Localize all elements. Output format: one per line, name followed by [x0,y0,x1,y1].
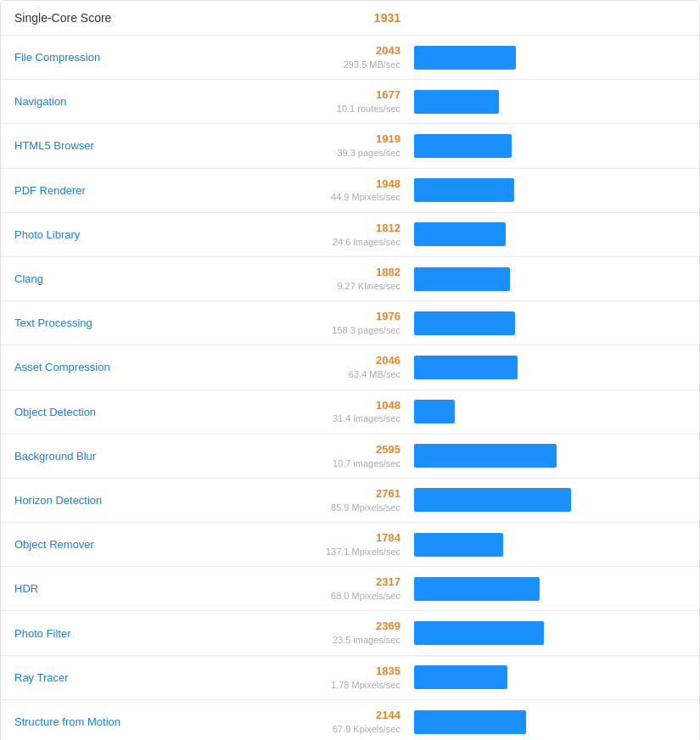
bar-container-object-detection [414,400,686,423]
bench-score-area-text-processing: 1976 158.3 pages/sec [299,310,400,336]
table-row: PDF Renderer 1948 44.9 Mpixels/sec [1,169,699,213]
bench-label-asset-compression: Asset Compression [14,361,299,373]
bench-score-text-processing: 1976 [299,310,400,324]
bench-unit-html5-browser: 39.3 pages/sec [299,147,400,159]
bar-pdf-renderer [414,178,514,202]
bench-label-object-detection: Object Detection [14,406,299,418]
bench-score-html5-browser: 1919 [299,132,400,147]
bench-score-object-detection: 1048 [299,399,400,413]
bench-label-file-compression: File Compression [14,51,299,64]
bar-container-text-processing [414,311,686,335]
bench-score-area-hdr: 2317 68.0 Mpixels/sec [299,575,400,602]
bench-score-area-structure-from-motion: 2144 67.9 Kpixels/sec [299,709,400,735]
table-row: Photo Library 1812 24.6 images/sec [1,213,699,257]
table-row: Photo Filter 2369 23.5 images/sec [1,611,699,655]
bar-container-asset-compression [414,356,686,379]
bench-unit-background-blur: 10.7 images/sec [299,457,400,469]
bench-unit-navigation: 10.1 routes/sec [299,103,400,115]
bench-label-background-blur: Background Blur [14,450,299,462]
bench-score-ray-tracer: 1835 [299,664,400,679]
bar-container-background-blur [414,444,686,468]
bench-unit-hdr: 68.0 Mpixels/sec [299,590,400,602]
bar-container-structure-from-motion [414,710,686,734]
bench-score-area-horizon-detection: 2761 85.9 Mpixels/sec [299,487,400,513]
table-row: Navigation 1677 10.1 routes/sec [1,80,699,124]
bench-score-area-photo-library: 1812 24.6 images/sec [299,221,400,248]
bar-container-pdf-renderer [414,178,686,202]
bench-score-area-pdf-renderer: 1948 44.9 Mpixels/sec [299,177,400,204]
bench-label-text-processing: Text Processing [14,317,299,329]
bench-label-ray-tracer: Ray Tracer [14,671,299,684]
header-score: 1931 [299,11,400,25]
bar-container-hdr [414,577,686,601]
bench-score-area-html5-browser: 1919 39.3 pages/sec [299,132,400,159]
bench-label-object-remover: Object Remover [14,538,299,551]
bench-score-clang: 1882 [299,266,400,280]
bar-container-ray-tracer [414,665,686,689]
benchmark-list: File Compression 2043 293.5 MB/sec Navig… [1,36,699,740]
bench-unit-ray-tracer: 1.78 Mpixels/sec [299,679,400,691]
bench-score-area-navigation: 1677 10.1 routes/sec [299,88,400,115]
bench-unit-file-compression: 293.5 MB/sec [299,59,400,70]
table-row: Clang 1882 9.27 Klines/sec [1,257,699,301]
bench-unit-text-processing: 158.3 pages/sec [299,324,400,336]
bench-label-photo-library: Photo Library [14,228,299,241]
table-row: Text Processing 1976 158.3 pages/sec [1,301,699,345]
bar-file-compression [414,46,516,70]
table-row: Object Detection 1048 31.4 images/sec [1,390,699,434]
bench-score-area-file-compression: 2043 293.5 MB/sec [299,44,400,70]
header-row: Single-Core Score 1931 [1,1,699,36]
bench-unit-structure-from-motion: 67.9 Kpixels/sec [299,723,400,735]
bar-photo-filter [414,621,544,645]
bar-container-file-compression [414,46,686,70]
bench-score-area-background-blur: 2595 10.7 images/sec [299,443,400,469]
bar-horizon-detection [414,488,571,512]
table-row: File Compression 2043 293.5 MB/sec [1,36,699,80]
bench-score-area-asset-compression: 2046 63.4 MB/sec [299,354,400,380]
bench-score-asset-compression: 2046 [299,354,400,368]
bench-score-hdr: 2317 [299,575,400,590]
bench-score-pdf-renderer: 1948 [299,177,400,192]
bench-label-hdr: HDR [14,582,299,595]
bar-container-html5-browser [414,134,686,158]
bench-label-navigation: Navigation [14,95,299,108]
bar-container-photo-library [414,222,686,246]
bar-ray-tracer [414,665,507,689]
table-row: Object Remover 1784 137.1 Mpixels/sec [1,523,699,567]
bench-label-pdf-renderer: PDF Renderer [14,184,299,197]
bar-container-object-remover [414,533,686,557]
bench-score-file-compression: 2043 [299,44,400,59]
table-row: Horizon Detection 2761 85.9 Mpixels/sec [1,479,699,523]
bench-label-horizon-detection: Horizon Detection [14,494,299,507]
bench-unit-horizon-detection: 85.9 Mpixels/sec [299,502,400,513]
table-row: HTML5 Browser 1919 39.3 pages/sec [1,124,699,168]
bench-score-area-photo-filter: 2369 23.5 images/sec [299,619,400,646]
bar-clang [414,267,510,291]
bar-hdr [414,577,540,601]
bar-text-processing [414,311,515,335]
bar-background-blur [414,444,557,468]
bar-photo-library [414,222,506,246]
bench-label-html5-browser: HTML5 Browser [14,139,299,152]
bench-unit-photo-filter: 23.5 images/sec [299,634,400,646]
bar-asset-compression [414,356,518,379]
bar-navigation [414,90,499,114]
bench-unit-object-detection: 31.4 images/sec [299,412,400,424]
bar-html5-browser [414,134,512,158]
table-row: Background Blur 2595 10.7 images/sec [1,434,699,479]
table-row: Asset Compression 2046 63.4 MB/sec [1,345,699,390]
bench-score-area-ray-tracer: 1835 1.78 Mpixels/sec [299,664,400,691]
bench-label-structure-from-motion: Structure from Motion [14,715,299,728]
bar-container-clang [414,267,686,291]
bench-label-photo-filter: Photo Filter [14,627,299,640]
bench-score-area-object-remover: 1784 137.1 Mpixels/sec [299,531,400,558]
bench-score-object-remover: 1784 [299,531,400,546]
bench-score-area-clang: 1882 9.27 Klines/sec [299,266,400,292]
bench-unit-photo-library: 24.6 images/sec [299,236,400,248]
bar-object-remover [414,533,503,557]
bench-unit-asset-compression: 63.4 MB/sec [299,368,400,380]
bar-structure-from-motion [414,710,526,734]
bench-label-clang: Clang [14,272,299,285]
benchmark-container: Single-Core Score 1931 File Compression … [0,0,700,740]
bench-unit-object-remover: 137.1 Mpixels/sec [299,546,400,558]
